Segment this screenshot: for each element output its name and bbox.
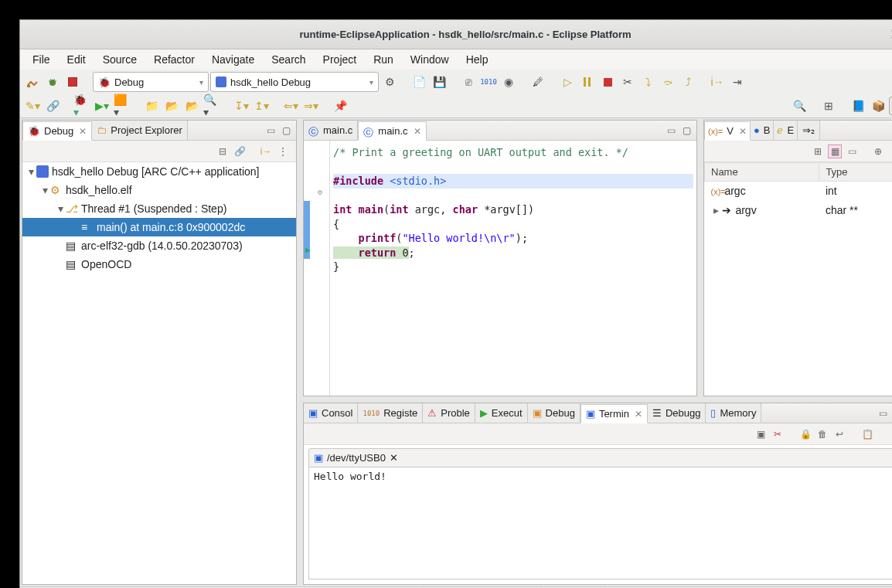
step-filter-icon[interactable]: i→ xyxy=(259,144,273,158)
tree-openocd-node[interactable]: ▤ OpenOCD xyxy=(22,255,296,274)
editor-tab-main-1[interactable]: ⓒ main.c xyxy=(304,121,358,140)
tree-frame-node[interactable]: ≡ main() at main.c:8 0x900002dc xyxy=(22,218,296,236)
view-menu-icon[interactable]: ⋮ xyxy=(888,144,892,158)
search-toolbar-icon[interactable]: 🔍 xyxy=(790,97,809,115)
maximize-icon[interactable]: ▢ xyxy=(279,124,293,138)
step-over-icon[interactable]: ⤼ xyxy=(659,73,677,91)
open-folder-icon[interactable]: 📁 xyxy=(142,97,161,115)
menu-edit[interactable]: Edit xyxy=(60,51,94,68)
terminate-icon[interactable] xyxy=(63,73,82,91)
wrap-icon[interactable]: ↩ xyxy=(832,427,846,441)
close-tab-icon[interactable]: ✕ xyxy=(77,126,87,137)
tab-expressions[interactable]: ℯE xyxy=(774,121,798,140)
wand-icon[interactable]: 🖉 xyxy=(529,73,547,91)
expand-icon[interactable]: ▸ xyxy=(711,204,722,216)
sash-vertical[interactable] xyxy=(298,118,301,586)
launch-config-dropdown[interactable]: hsdk_hello Debug ▾ xyxy=(210,72,379,92)
expand-icon[interactable]: ▾ xyxy=(55,202,66,215)
menu-window[interactable]: Window xyxy=(403,51,457,68)
perspective-cpp-icon[interactable]: 📘 xyxy=(849,97,867,115)
minimize-icon[interactable]: ▭ xyxy=(264,124,277,138)
run-icon[interactable]: ▶▾ xyxy=(93,97,111,115)
show-type-icon[interactable]: ⊞ xyxy=(811,144,825,158)
debug-restart-icon[interactable] xyxy=(43,73,62,91)
pause-icon[interactable] xyxy=(578,73,597,91)
tree-elf-node[interactable]: ▾ ⚙ hsdk_hello.elf xyxy=(22,181,296,199)
tab-modules[interactable]: ⇒₂ xyxy=(798,121,820,140)
tab-debugger-console[interactable]: ▣Debug xyxy=(528,403,580,423)
terminal-device-tab[interactable]: ▣ /dev/ttyUSB0 ✕ xyxy=(308,448,892,467)
tab-registers[interactable]: 1010Registe xyxy=(358,403,423,423)
prev-ann-icon[interactable]: ↥▾ xyxy=(252,97,271,115)
stop-icon[interactable] xyxy=(598,73,617,91)
editor-gutter[interactable]: ⊖ ▶ xyxy=(304,141,330,396)
close-tab-icon[interactable]: ✕ xyxy=(412,126,421,137)
tab-variables[interactable]: (x)=V✕ xyxy=(704,121,751,141)
tab-executables[interactable]: ▶Execut xyxy=(475,403,528,423)
resume-icon[interactable]: ▷ xyxy=(558,73,577,91)
binary-icon[interactable]: 1010 xyxy=(479,73,498,91)
code-editor[interactable]: ⊖ ▶ /* Print a greeting on UART output a… xyxy=(304,141,696,396)
tab-problems[interactable]: ⚠Proble xyxy=(423,403,475,423)
step-into-icon[interactable]: ⤵ xyxy=(638,73,657,91)
next-ann-icon[interactable]: ↧▾ xyxy=(232,97,250,115)
launch-mode-dropdown[interactable]: 🐞Debug ▾ xyxy=(93,72,209,92)
highlight-icon[interactable]: ✎▾ xyxy=(23,97,42,115)
var-row[interactable]: ▸➔ argv char ** xyxy=(705,201,893,220)
tab-project-explorer[interactable]: 🗀 Project Explorer xyxy=(92,121,187,140)
expand-icon[interactable]: ▾ xyxy=(26,165,36,178)
toggle-asm-icon[interactable]: ⎚ xyxy=(459,73,478,91)
menu-source[interactable]: Source xyxy=(95,51,145,68)
link-icon[interactable]: 🔗 xyxy=(43,97,62,115)
drop-frame-icon[interactable]: ⇥ xyxy=(728,73,747,91)
search-icon[interactable]: 🔍▾ xyxy=(203,97,221,115)
menu-help[interactable]: Help xyxy=(458,51,496,68)
disconnect-icon[interactable]: ✂ xyxy=(618,73,637,91)
scroll-lock-icon[interactable]: 🔒 xyxy=(798,427,812,441)
add-global-icon[interactable]: ⊕ xyxy=(871,144,885,158)
tree-launch-node[interactable]: ▾ hsdk_hello Debug [ARC C/C++ applicatio… xyxy=(22,162,296,181)
fold-icon[interactable]: ⊖ xyxy=(318,188,322,196)
open-perspective-icon[interactable]: ⊞ xyxy=(819,97,838,115)
perspective-resource-icon[interactable]: 📦 xyxy=(869,97,887,115)
breakpoint-skip-icon[interactable]: ◉ xyxy=(499,73,518,91)
open-type-icon[interactable]: 📂 xyxy=(162,97,181,115)
build-icon[interactable] xyxy=(23,73,42,91)
menu-file[interactable]: File xyxy=(25,51,58,68)
minimize-icon[interactable]: ▭ xyxy=(876,406,890,420)
minimize-icon[interactable]: ▭ xyxy=(664,124,678,138)
col-name[interactable]: Name xyxy=(705,163,819,182)
close-tab-icon[interactable]: ✕ xyxy=(633,409,642,420)
sash-vertical[interactable] xyxy=(699,118,702,398)
tree-thread-node[interactable]: ▾ ⎇ Thread #1 (Suspended : Step) xyxy=(22,199,296,218)
expand-icon[interactable]: ▾ xyxy=(39,184,50,196)
close-icon[interactable] xyxy=(889,27,892,41)
gear-icon[interactable]: ⚙ xyxy=(380,73,399,91)
clear-icon[interactable]: 🗑 xyxy=(815,427,829,441)
tab-terminal[interactable]: ▣Termin✕ xyxy=(580,404,648,423)
collapse-icon[interactable]: ▭ xyxy=(845,144,859,158)
show-columns-icon[interactable]: ▦ xyxy=(828,144,842,158)
tab-console[interactable]: ▣Consol xyxy=(304,403,358,423)
close-tab-icon[interactable]: ✕ xyxy=(737,126,747,137)
forward-icon[interactable]: ⇒▾ xyxy=(301,97,320,115)
debug-tree[interactable]: ▾ hsdk_hello Debug [ARC C/C++ applicatio… xyxy=(22,162,296,584)
terminal-output[interactable]: Hello world! xyxy=(308,467,892,580)
maximize-icon[interactable]: ▢ xyxy=(679,124,693,138)
new-icon[interactable]: 📄 xyxy=(410,73,428,91)
tab-debug[interactable]: 🐞 Debug ✕ xyxy=(22,121,92,141)
tab-breakpoints[interactable]: ●B xyxy=(751,121,775,140)
step-return-icon[interactable]: ⤴ xyxy=(679,73,697,91)
open-task-icon[interactable]: 📂 xyxy=(182,97,201,115)
settings-icon[interactable]: ⚙ xyxy=(888,427,892,441)
sash-horizontal[interactable] xyxy=(301,398,892,401)
variables-table[interactable]: Name Type (x)= argc int ▸➔ argv char ** xyxy=(704,162,892,396)
code-area[interactable]: /* Print a greeting on UART output and e… xyxy=(330,141,696,396)
collapse-all-icon[interactable]: ⊟ xyxy=(216,144,230,158)
menu-run[interactable]: Run xyxy=(366,51,401,68)
tab-debugger[interactable]: ☰Debugg xyxy=(648,403,706,423)
menu-navigate[interactable]: Navigate xyxy=(204,51,262,68)
view-menu-icon[interactable]: ⋮ xyxy=(276,144,290,158)
perspective-debug-icon[interactable]: 🐞 xyxy=(889,97,892,115)
pin-icon[interactable]: 📌 xyxy=(331,97,349,115)
